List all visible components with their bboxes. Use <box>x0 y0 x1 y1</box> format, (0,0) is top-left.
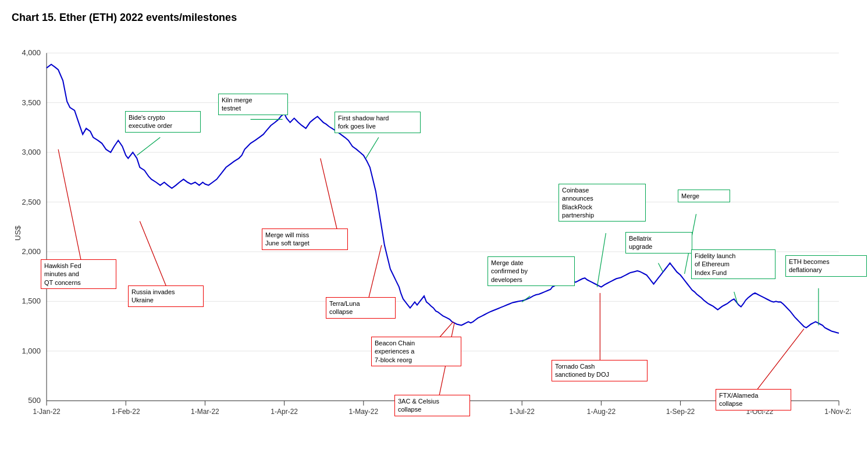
svg-text:1-Nov-22: 1-Nov-22 <box>824 408 851 416</box>
svg-text:1-Sep-22: 1-Sep-22 <box>666 408 695 416</box>
svg-line-51 <box>366 137 379 158</box>
annotation-merge-miss: Merge will missJune soft target <box>262 228 348 250</box>
svg-text:2,000: 2,000 <box>22 247 41 256</box>
annotation-eth-deflationary: ETH becomesdeflationary <box>785 255 867 277</box>
annotation-russia: Russia invadesUkraine <box>128 285 204 307</box>
annotation-hawkish-fed: Hawkish Fedminutes andQT concerns <box>41 259 116 289</box>
svg-text:3,000: 3,000 <box>22 148 41 156</box>
svg-text:US$: US$ <box>13 225 22 241</box>
svg-text:4,000: 4,000 <box>22 48 41 57</box>
svg-text:1-Feb-22: 1-Feb-22 <box>112 408 140 416</box>
svg-text:1,500: 1,500 <box>22 297 41 305</box>
svg-line-42 <box>140 221 169 293</box>
annotation-beacon-chain: Beacon Chainexperiences a7-block reorg <box>371 337 461 366</box>
svg-text:1-Apr-22: 1-Apr-22 <box>271 408 298 416</box>
svg-text:1,000: 1,000 <box>22 347 41 355</box>
annotation-terra-luna: Terra/Lunacollapse <box>326 297 396 319</box>
svg-text:500: 500 <box>28 396 41 405</box>
svg-text:2,500: 2,500 <box>22 197 41 206</box>
svg-text:1-May-22: 1-May-22 <box>348 408 378 416</box>
chart-container: Chart 15. Ether (ETH) 2022 events/milest… <box>0 0 868 457</box>
svg-text:1-Mar-22: 1-Mar-22 <box>191 408 219 416</box>
annotation-fidelity: Fidelity launchof EthereumIndex Fund <box>691 249 775 279</box>
annotation-bides: Bide's cryptoexecutive order <box>125 111 201 133</box>
chart-title: Chart 15. Ether (ETH) 2022 events/milest… <box>12 12 851 24</box>
svg-line-49 <box>137 137 160 155</box>
svg-line-43 <box>321 158 338 233</box>
annotation-coinbase: CoinbaseannouncesBlackRockpartnership <box>558 184 646 222</box>
chart-area: 4,000 3,500 3,000 2,500 2,000 1,500 1,00… <box>12 30 851 437</box>
annotation-3ac: 3AC & Celsiuscollapse <box>394 395 470 416</box>
annotation-merge: Merge <box>678 190 730 202</box>
svg-line-41 <box>58 149 81 263</box>
annotation-ftx: FTX/Alamedacollapse <box>716 389 791 410</box>
annotation-first-shadow: First shadow hardfork goes live <box>335 112 421 133</box>
annotation-merge-date: Merge dateconfirmed bydevelopers <box>488 256 575 286</box>
svg-text:1-Jan-22: 1-Jan-22 <box>33 408 61 416</box>
svg-line-44 <box>367 245 382 305</box>
svg-text:1-Jul-22: 1-Jul-22 <box>510 408 535 416</box>
svg-text:3,500: 3,500 <box>22 98 41 107</box>
svg-text:1-Aug-22: 1-Aug-22 <box>587 408 616 416</box>
annotation-tornado-cash: Tornado Cashsanctioned by DOJ <box>552 360 648 381</box>
annotation-bellatrix: Bellatrixupgrade <box>625 232 692 254</box>
svg-line-54 <box>659 263 663 272</box>
chart-svg: 4,000 3,500 3,000 2,500 2,000 1,500 1,00… <box>12 30 851 437</box>
annotation-kiln: Kiln mergetestnet <box>218 94 288 115</box>
svg-line-52 <box>522 296 530 302</box>
svg-line-53 <box>597 233 606 287</box>
